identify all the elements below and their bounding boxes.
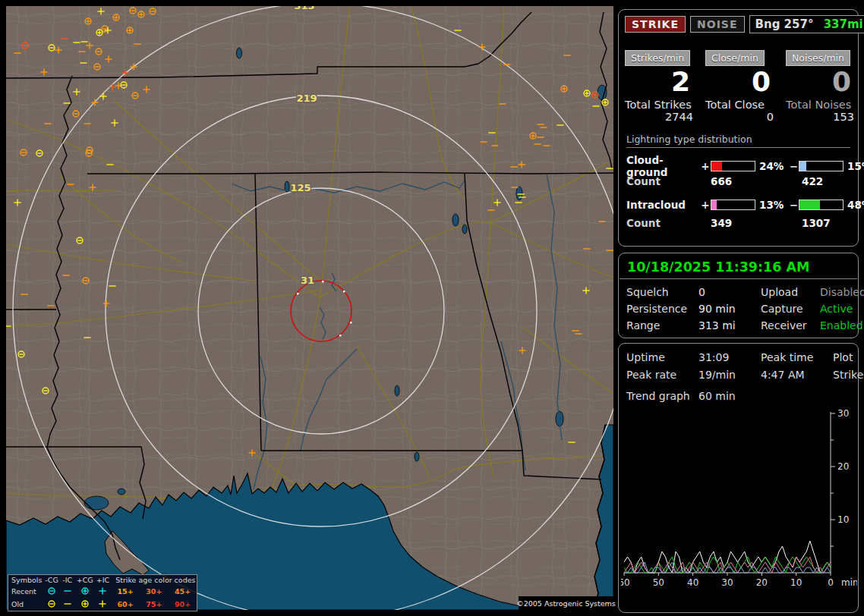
trend-graph-chart: 1020306050403020100min	[621, 404, 857, 596]
minus-sign: −	[789, 199, 799, 211]
age-code-90: 90+	[169, 598, 197, 611]
svg-text:219: 219	[296, 93, 317, 104]
minus-sign: −	[789, 160, 799, 172]
copyright-notice: ©2005 Astrogenic Systems	[519, 596, 613, 611]
total-noises-value: 153	[786, 111, 862, 123]
capture-label: Capture	[761, 303, 820, 315]
lightning-map[interactable]: 31125219313 Symbols -CG -IC +CG +IC Stri…	[6, 6, 613, 610]
bearing-value: Bng 257°	[755, 17, 814, 31]
map-legend: Symbols -CG -IC +CG +IC Strike age color…	[8, 574, 197, 611]
legend-age-title: Strike age color codes	[111, 575, 197, 585]
intracloud-row: Intracloud + 13% − 48%	[626, 196, 850, 214]
ic-pos-count: 349	[711, 217, 802, 229]
legend-symbol-icp	[95, 585, 111, 598]
svg-text:50: 50	[653, 577, 664, 588]
cg-pos-count: 666	[711, 175, 802, 187]
legend-col-cg-neg: -CG	[43, 575, 59, 585]
capture-value: Active	[820, 303, 864, 315]
cloud-ground-row: Cloud-ground + 24% − 15%	[626, 154, 850, 172]
close-rate-value: 0	[705, 66, 781, 97]
svg-text:10: 10	[837, 514, 849, 525]
peak-rate-label: Peak rate	[626, 369, 698, 381]
age-code-45: 45+	[169, 585, 197, 598]
range-label: Range	[626, 319, 698, 332]
intracloud-label: Intracloud	[626, 199, 700, 211]
legend-col-ic-neg: -IC	[60, 575, 75, 585]
distribution-title: Lightning type distribution	[626, 134, 850, 148]
peak-time-value: 4:47 AM	[761, 369, 833, 381]
svg-text:30: 30	[721, 577, 733, 588]
status-panel: 10/18/2025 11:39:16 AM Squelch 0 Upload …	[618, 253, 859, 338]
total-close-value: 0	[705, 111, 781, 123]
svg-text:0: 0	[828, 577, 834, 588]
age-code-60: 60+	[111, 598, 140, 611]
svg-text:313: 313	[294, 6, 314, 11]
uptime-value: 31:09	[698, 351, 761, 363]
squelch-label: Squelch	[626, 286, 698, 298]
range-value: 313 mi	[698, 319, 761, 332]
datetime-display: 10/18/2025 11:39:16 AM	[620, 253, 857, 279]
svg-text:20: 20	[837, 461, 849, 472]
svg-text:10: 10	[790, 577, 802, 588]
age-code-15: 15+	[111, 585, 140, 598]
trend-graph-value: 60 min	[698, 390, 850, 402]
legend-col-ic-pos: +IC	[95, 575, 111, 585]
legend-symbol-cgp	[75, 585, 95, 598]
legend-symbol-cgm	[43, 585, 59, 598]
plot-label: Plot	[833, 351, 863, 363]
total-strikes-value: 2744	[625, 111, 701, 123]
ic-pos-percent: 13%	[755, 199, 789, 211]
legend-symbol-icm	[60, 598, 75, 611]
total-noises-label: Total Noises	[786, 97, 862, 111]
svg-text:30: 30	[837, 408, 849, 419]
ic-neg-bar	[799, 200, 844, 210]
peak-time-label: Peak time	[761, 351, 833, 363]
plus-sign: +	[700, 199, 711, 211]
total-strikes-label: Total Strikes	[625, 97, 701, 111]
receiver-label: Receiver	[761, 319, 820, 332]
legend-recent-label: Recent	[8, 585, 43, 598]
age-code-75: 75+	[140, 598, 169, 611]
counters-panel: STRIKE NOISE Bng 257° 337mi Strikes/min …	[618, 9, 859, 247]
close-per-min-button[interactable]: Close/min	[705, 50, 765, 66]
cg-neg-bar	[799, 161, 844, 171]
svg-text:31: 31	[301, 275, 314, 286]
receiver-value: Enabled	[820, 319, 864, 332]
persistence-value: 90 min	[698, 303, 761, 315]
svg-text:125: 125	[290, 182, 311, 193]
ic-neg-percent: 48%	[844, 199, 864, 211]
strikes-rate-value: 2	[625, 66, 701, 97]
legend-symbol-icm	[60, 585, 75, 598]
persistence-label: Persistence	[626, 303, 698, 315]
legend-symbol-cgm	[43, 598, 59, 611]
noises-rate-value: 0	[786, 66, 862, 97]
app-window: { "header": { "strike_label": "STRIKE", …	[0, 0, 864, 616]
cg-neg-count: 422	[802, 175, 864, 187]
noise-mode-button[interactable]: NOISE	[690, 16, 744, 33]
svg-text:20: 20	[756, 577, 768, 588]
plus-sign: +	[700, 160, 711, 172]
map-canvas: 31125219313	[6, 6, 613, 610]
legend-old-label: Old	[8, 598, 43, 611]
cg-pos-percent: 24%	[755, 160, 789, 172]
ic-neg-count: 1307	[802, 217, 864, 229]
strikes-per-min-button[interactable]: Strikes/min	[625, 50, 690, 66]
strike-mode-button[interactable]: STRIKE	[625, 16, 686, 33]
upload-label: Upload	[761, 286, 820, 298]
count-label: Count	[626, 217, 700, 229]
cg-neg-percent: 15%	[844, 160, 864, 172]
ic-pos-bar	[711, 200, 755, 210]
uptime-label: Uptime	[626, 351, 698, 363]
peak-rate-value: 19/min	[698, 369, 761, 381]
total-close-label: Total Close	[705, 97, 781, 111]
intracloud-count-row: Count 349 1307	[626, 214, 850, 232]
noises-per-min-button[interactable]: Noises/min	[786, 50, 850, 66]
legend-col-cg-pos: +CG	[75, 575, 95, 585]
svg-text:min: min	[841, 577, 857, 588]
bearing-range-value: 337mi	[824, 17, 863, 31]
plot-value: Strike	[833, 369, 863, 381]
upload-value: Disabled	[820, 286, 864, 298]
cg-pos-bar	[711, 161, 755, 171]
trend-panel: Uptime 31:09 Peak time Plot Peak rate 19…	[618, 343, 859, 613]
cloud-ground-count-row: Count 666 422	[626, 172, 850, 190]
